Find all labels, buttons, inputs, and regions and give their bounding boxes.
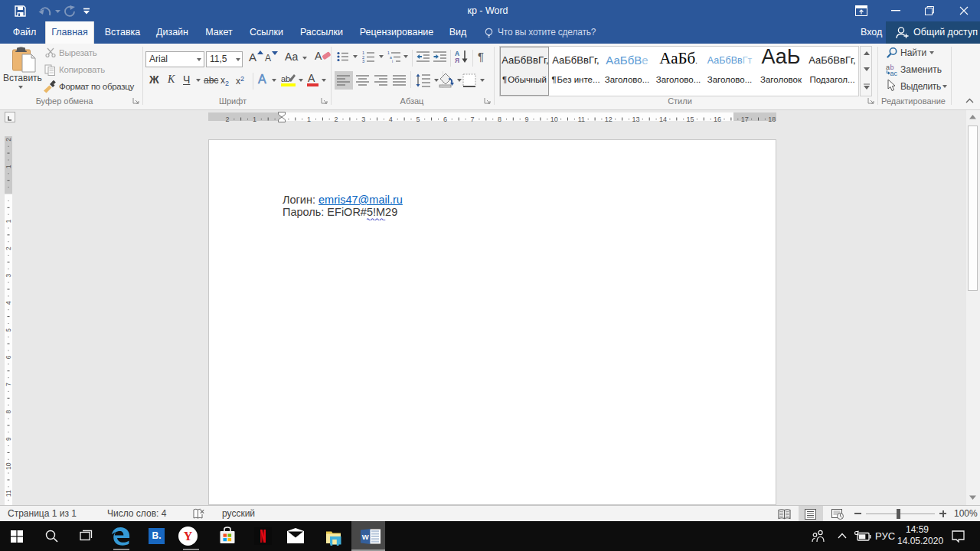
svg-text:9: 9 <box>5 437 12 441</box>
svg-text:a: a <box>886 64 890 71</box>
svg-text:i: i <box>392 59 393 63</box>
svg-text:12: 12 <box>605 116 612 123</box>
svg-text:18: 18 <box>768 116 776 123</box>
svg-text:2: 2 <box>225 116 229 123</box>
svg-text:5: 5 <box>5 328 12 332</box>
svg-text:4: 4 <box>5 301 12 305</box>
svg-text:11: 11 <box>5 490 12 497</box>
svg-text:15: 15 <box>686 116 694 123</box>
svg-text:7: 7 <box>5 383 12 386</box>
svg-text:10: 10 <box>550 116 558 123</box>
svg-text:2: 2 <box>5 246 12 250</box>
svg-text:Я: Я <box>455 57 459 64</box>
svg-text:4: 4 <box>389 116 393 123</box>
svg-text:1: 1 <box>307 116 311 123</box>
svg-text:3: 3 <box>361 116 365 123</box>
svg-text:10: 10 <box>5 462 12 470</box>
svg-text:6: 6 <box>443 116 447 123</box>
svg-text:2: 2 <box>5 138 12 142</box>
svg-text:ab: ab <box>281 74 290 83</box>
svg-text:11: 11 <box>578 116 585 123</box>
svg-text:9: 9 <box>525 116 529 123</box>
svg-text:8: 8 <box>5 409 12 413</box>
svg-text:16: 16 <box>714 116 721 123</box>
svg-text:1: 1 <box>5 219 12 223</box>
svg-text:6: 6 <box>5 355 12 359</box>
svg-text:3: 3 <box>362 59 364 63</box>
svg-text:W: W <box>362 533 369 541</box>
svg-text:3: 3 <box>5 274 12 278</box>
svg-text:7: 7 <box>470 116 474 123</box>
svg-text:17: 17 <box>741 116 749 123</box>
svg-text:13: 13 <box>632 116 639 123</box>
svg-text:1: 1 <box>5 165 12 168</box>
svg-text:ac: ac <box>890 70 898 77</box>
svg-text:5: 5 <box>416 116 420 123</box>
svg-text:8: 8 <box>498 116 501 123</box>
svg-text:1: 1 <box>253 116 256 123</box>
svg-text:2: 2 <box>335 116 338 123</box>
svg-text:14: 14 <box>659 116 667 123</box>
